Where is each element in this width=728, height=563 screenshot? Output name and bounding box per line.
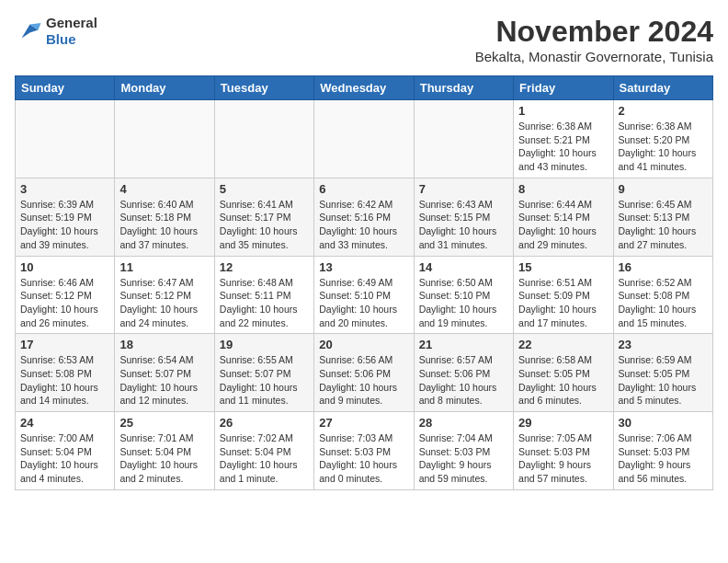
weekday-header-tuesday: Tuesday <box>214 76 313 100</box>
day-number: 20 <box>319 338 408 351</box>
location-subtitle: Bekalta, Monastir Governorate, Tunisia <box>475 49 713 64</box>
day-info: Sunrise: 6:38 AM Sunset: 5:21 PM Dayligh… <box>518 120 608 174</box>
calendar-cell: 23Sunrise: 6:59 AM Sunset: 5:05 PM Dayli… <box>613 334 712 412</box>
day-info: Sunrise: 7:03 AM Sunset: 5:03 PM Dayligh… <box>319 431 408 486</box>
calendar-cell <box>115 100 214 178</box>
day-info: Sunrise: 6:47 AM Sunset: 5:12 PM Dayligh… <box>119 276 209 330</box>
day-number: 13 <box>319 260 408 274</box>
day-info: Sunrise: 6:56 AM Sunset: 5:06 PM Dayligh… <box>319 353 408 408</box>
day-number: 27 <box>319 416 408 430</box>
calendar-week-row: 24Sunrise: 7:00 AM Sunset: 5:04 PM Dayli… <box>16 412 713 490</box>
weekday-header-thursday: Thursday <box>414 76 513 100</box>
calendar-cell <box>414 100 513 178</box>
page-header: General Blue November 2024 Bekalta, Mona… <box>15 15 713 64</box>
day-info: Sunrise: 6:49 AM Sunset: 5:10 PM Dayligh… <box>319 276 408 330</box>
calendar-cell: 9Sunrise: 6:45 AM Sunset: 5:13 PM Daylig… <box>613 178 712 256</box>
day-info: Sunrise: 7:06 AM Sunset: 5:03 PM Dayligh… <box>619 431 708 486</box>
day-number: 4 <box>119 182 209 196</box>
day-number: 29 <box>518 416 608 430</box>
day-info: Sunrise: 7:05 AM Sunset: 5:03 PM Dayligh… <box>518 431 608 486</box>
calendar-cell: 14Sunrise: 6:50 AM Sunset: 5:10 PM Dayli… <box>414 256 513 334</box>
day-info: Sunrise: 6:48 AM Sunset: 5:11 PM Dayligh… <box>220 276 309 330</box>
day-info: Sunrise: 7:01 AM Sunset: 5:04 PM Dayligh… <box>119 431 209 486</box>
day-info: Sunrise: 6:54 AM Sunset: 5:07 PM Dayligh… <box>119 353 209 408</box>
weekday-header-wednesday: Wednesday <box>314 76 414 100</box>
day-number: 22 <box>518 338 608 351</box>
day-number: 11 <box>119 260 209 274</box>
day-number: 19 <box>220 338 309 351</box>
calendar-cell: 18Sunrise: 6:54 AM Sunset: 5:07 PM Dayli… <box>115 334 214 412</box>
calendar-cell: 25Sunrise: 7:01 AM Sunset: 5:04 PM Dayli… <box>115 412 214 490</box>
day-number: 8 <box>518 182 608 196</box>
day-number: 3 <box>20 182 109 196</box>
calendar-cell: 21Sunrise: 6:57 AM Sunset: 5:06 PM Dayli… <box>414 334 513 412</box>
day-number: 23 <box>619 338 708 351</box>
day-number: 9 <box>619 182 708 196</box>
day-info: Sunrise: 6:43 AM Sunset: 5:15 PM Dayligh… <box>419 198 508 252</box>
weekday-header-saturday: Saturday <box>613 76 712 100</box>
day-info: Sunrise: 7:02 AM Sunset: 5:04 PM Dayligh… <box>220 431 309 486</box>
calendar-cell: 19Sunrise: 6:55 AM Sunset: 5:07 PM Dayli… <box>214 334 313 412</box>
day-info: Sunrise: 6:38 AM Sunset: 5:20 PM Dayligh… <box>619 120 708 174</box>
calendar-cell <box>16 100 115 178</box>
calendar-cell: 6Sunrise: 6:42 AM Sunset: 5:16 PM Daylig… <box>314 178 414 256</box>
logo-text: General Blue <box>46 15 97 48</box>
logo-icon <box>15 17 42 45</box>
day-info: Sunrise: 7:00 AM Sunset: 5:04 PM Dayligh… <box>20 431 109 486</box>
calendar-cell: 12Sunrise: 6:48 AM Sunset: 5:11 PM Dayli… <box>214 256 313 334</box>
calendar-cell: 10Sunrise: 6:46 AM Sunset: 5:12 PM Dayli… <box>16 256 115 334</box>
day-number: 12 <box>220 260 309 274</box>
weekday-header-monday: Monday <box>115 76 214 100</box>
day-number: 28 <box>419 416 508 430</box>
day-number: 15 <box>518 260 608 274</box>
calendar-cell: 8Sunrise: 6:44 AM Sunset: 5:14 PM Daylig… <box>514 178 613 256</box>
day-number: 18 <box>119 338 209 351</box>
calendar-cell: 17Sunrise: 6:53 AM Sunset: 5:08 PM Dayli… <box>16 334 115 412</box>
day-number: 21 <box>419 338 508 351</box>
day-info: Sunrise: 6:58 AM Sunset: 5:05 PM Dayligh… <box>518 353 608 408</box>
calendar-cell: 7Sunrise: 6:43 AM Sunset: 5:15 PM Daylig… <box>414 178 513 256</box>
day-info: Sunrise: 6:53 AM Sunset: 5:08 PM Dayligh… <box>20 353 109 408</box>
calendar-cell <box>314 100 414 178</box>
day-number: 24 <box>20 416 109 430</box>
day-info: Sunrise: 6:40 AM Sunset: 5:18 PM Dayligh… <box>119 198 209 252</box>
calendar-cell: 28Sunrise: 7:04 AM Sunset: 5:03 PM Dayli… <box>414 412 513 490</box>
day-info: Sunrise: 6:55 AM Sunset: 5:07 PM Dayligh… <box>220 353 309 408</box>
calendar-cell: 4Sunrise: 6:40 AM Sunset: 5:18 PM Daylig… <box>115 178 214 256</box>
calendar-cell: 20Sunrise: 6:56 AM Sunset: 5:06 PM Dayli… <box>314 334 414 412</box>
day-info: Sunrise: 6:42 AM Sunset: 5:16 PM Dayligh… <box>319 198 408 252</box>
day-number: 14 <box>419 260 508 274</box>
day-info: Sunrise: 6:57 AM Sunset: 5:06 PM Dayligh… <box>419 353 508 408</box>
day-number: 10 <box>20 260 109 274</box>
day-info: Sunrise: 7:04 AM Sunset: 5:03 PM Dayligh… <box>419 431 508 486</box>
calendar-cell: 27Sunrise: 7:03 AM Sunset: 5:03 PM Dayli… <box>314 412 414 490</box>
calendar-cell: 22Sunrise: 6:58 AM Sunset: 5:05 PM Dayli… <box>514 334 613 412</box>
calendar-cell: 1Sunrise: 6:38 AM Sunset: 5:21 PM Daylig… <box>514 100 613 178</box>
weekday-header-row: SundayMondayTuesdayWednesdayThursdayFrid… <box>16 76 713 100</box>
calendar-cell: 16Sunrise: 6:52 AM Sunset: 5:08 PM Dayli… <box>613 256 712 334</box>
day-number: 30 <box>619 416 708 430</box>
calendar-cell: 29Sunrise: 7:05 AM Sunset: 5:03 PM Dayli… <box>514 412 613 490</box>
calendar-cell: 15Sunrise: 6:51 AM Sunset: 5:09 PM Dayli… <box>514 256 613 334</box>
day-info: Sunrise: 6:46 AM Sunset: 5:12 PM Dayligh… <box>20 276 109 330</box>
day-number: 2 <box>619 104 708 118</box>
weekday-header-sunday: Sunday <box>16 76 115 100</box>
calendar-cell: 30Sunrise: 7:06 AM Sunset: 5:03 PM Dayli… <box>613 412 712 490</box>
calendar-cell: 13Sunrise: 6:49 AM Sunset: 5:10 PM Dayli… <box>314 256 414 334</box>
day-info: Sunrise: 6:44 AM Sunset: 5:14 PM Dayligh… <box>518 198 608 252</box>
weekday-header-friday: Friday <box>514 76 613 100</box>
calendar-cell <box>214 100 313 178</box>
day-info: Sunrise: 6:41 AM Sunset: 5:17 PM Dayligh… <box>220 198 309 252</box>
calendar-cell: 26Sunrise: 7:02 AM Sunset: 5:04 PM Dayli… <box>214 412 313 490</box>
calendar-week-row: 10Sunrise: 6:46 AM Sunset: 5:12 PM Dayli… <box>16 256 713 334</box>
logo: General Blue <box>15 15 97 48</box>
calendar-cell: 11Sunrise: 6:47 AM Sunset: 5:12 PM Dayli… <box>115 256 214 334</box>
calendar-week-row: 3Sunrise: 6:39 AM Sunset: 5:19 PM Daylig… <box>16 178 713 256</box>
day-info: Sunrise: 6:45 AM Sunset: 5:13 PM Dayligh… <box>619 198 708 252</box>
day-info: Sunrise: 6:52 AM Sunset: 5:08 PM Dayligh… <box>619 276 708 330</box>
day-number: 6 <box>319 182 408 196</box>
day-number: 5 <box>220 182 309 196</box>
calendar-cell: 24Sunrise: 7:00 AM Sunset: 5:04 PM Dayli… <box>16 412 115 490</box>
calendar-week-row: 1Sunrise: 6:38 AM Sunset: 5:21 PM Daylig… <box>16 100 713 178</box>
day-info: Sunrise: 6:51 AM Sunset: 5:09 PM Dayligh… <box>518 276 608 330</box>
